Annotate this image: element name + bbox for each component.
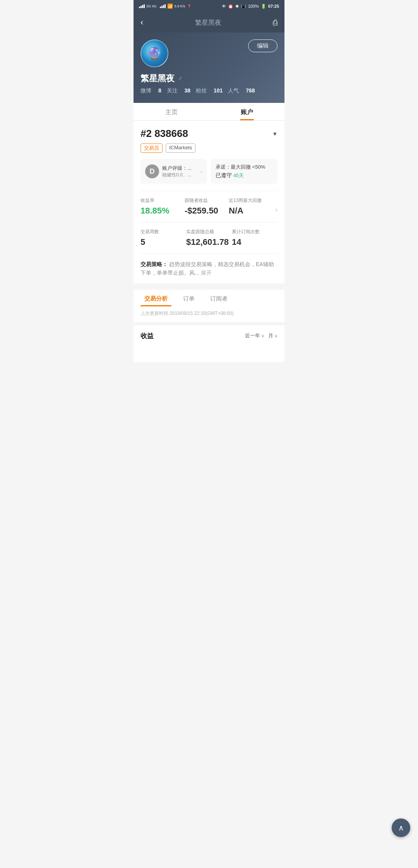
- popularity-stat: 人气 768: [228, 87, 255, 94]
- status-right: 👁 ⏰ ✱ 📳 100% 🔋 07:25: [222, 4, 279, 9]
- profit-header: 收益 近一年 ∨ 月 ∨: [140, 331, 278, 340]
- tab-subscribers[interactable]: 订阅者: [206, 290, 231, 306]
- stat-subscription-value: 14: [232, 237, 278, 247]
- account-content: #2 838668 ▼ 交易员 ICMarkets D 账户评级：... 稳健性…: [134, 121, 284, 284]
- account-dropdown[interactable]: ▼: [272, 131, 278, 137]
- avatar-image: 🔮: [141, 40, 168, 67]
- stat-trade-weeks: 交易周数 5: [140, 229, 186, 253]
- stat-follower-profit-value: -$259.50: [185, 206, 229, 216]
- stats-row-1-grid: 收益率 18.85% 跟随者收益 -$259.50 近13周最大回撤 N/A: [140, 197, 273, 222]
- time-display: 07:25: [268, 4, 279, 9]
- stats-row-2: 交易周数 5 实盘跟随总额 $12,601.78 累计订阅次数 14: [140, 222, 278, 253]
- unit-label: 月: [268, 332, 273, 339]
- badges-row: 交易员 ICMarkets: [140, 144, 278, 153]
- main-tabs: 主页 账户: [134, 103, 284, 121]
- alarm-icon: ⏰: [228, 4, 233, 9]
- tab-account[interactable]: 账户: [209, 103, 284, 120]
- fans-stat: 粉丝 101: [196, 87, 223, 94]
- speed-indicator: 5.9 K/s: [175, 4, 185, 8]
- stat-total-amount: 实盘跟随总额 $12,601.78: [186, 229, 232, 253]
- period-select[interactable]: 近一年 ∨: [245, 332, 264, 339]
- stat-max-drawdown: 近13周最大回撤 N/A: [229, 197, 273, 222]
- strategy-section: 交易策略： 趋势波段交易策略，精选交易机会，EA辅助下单，单单带止损。风... …: [140, 253, 278, 284]
- stats-row-1[interactable]: 收益率 18.85% 跟随者收益 -$259.50 近13周最大回撤 N/A ›: [140, 191, 278, 222]
- analysis-tabs: 交易分析 订单 订阅者: [134, 287, 284, 306]
- tab-trading-analysis[interactable]: 交易分析: [140, 290, 171, 306]
- stat-profit-rate-value: 18.85%: [140, 206, 185, 216]
- stat-subscription-count: 累计订阅次数 14: [232, 229, 278, 253]
- battery-percent: 100%: [248, 4, 259, 9]
- strategy-expand-button[interactable]: 展开: [201, 270, 212, 276]
- stat-total-amount-label: 实盘跟随总额: [186, 229, 232, 235]
- stat-follower-profit-label: 跟随者收益: [185, 197, 229, 204]
- nav-bar: ‹ 繁星黑夜 ⎙: [134, 12, 284, 32]
- info-cards: D 账户评级：... 稳健性0.0、... › 承诺：最大回撤 <50% 已遵守…: [140, 159, 278, 184]
- bluetooth-icon: ✱: [235, 4, 239, 9]
- battery-icon: 🔋: [261, 4, 266, 9]
- status-bar: 2G 4G 📶 5.9 K/s 📍 👁 ⏰ ✱ 📳 100% 🔋 07:25: [134, 0, 284, 12]
- weibo-stat: 微博 8: [140, 87, 161, 94]
- promise-days-row: 已遵守 45天: [216, 172, 273, 179]
- follow-stat: 关注 38: [167, 87, 190, 94]
- signal-2g: [139, 4, 145, 8]
- promise-days: 45天: [233, 173, 244, 178]
- network-2g: 2G 4G: [146, 4, 157, 8]
- stat-subscription-label: 累计订阅次数: [232, 229, 278, 235]
- profile-header: 🔮 编辑 繁星黑夜 ♂ 微博 8 关注 38 粉丝 101 人气 768: [134, 32, 284, 103]
- stat-max-drawdown-label: 近13周最大回撤: [229, 197, 273, 204]
- promise-days-label: 已遵守: [216, 172, 232, 178]
- eye-icon: 👁: [222, 4, 226, 9]
- account-id-row: #2 838668 ▼: [140, 128, 278, 140]
- badge-platform: ICMarkets: [166, 144, 195, 153]
- profile-top: 🔮 编辑: [140, 39, 278, 67]
- nav-title: 繁星黑夜: [195, 18, 221, 27]
- grade-card[interactable]: D 账户评级：... 稳健性0.0、... ›: [140, 159, 207, 184]
- strategy-label: 交易策略：: [140, 261, 168, 267]
- period-label: 近一年: [245, 332, 260, 339]
- profile-name: 繁星黑夜 ♂: [140, 73, 278, 84]
- signal-4g: [160, 4, 166, 8]
- stat-follower-profit: 跟随者收益 -$259.50: [185, 197, 229, 222]
- grade-title: 账户评级：...: [162, 165, 192, 172]
- stat-profit-rate: 收益率 18.85%: [140, 197, 185, 222]
- stat-trade-weeks-value: 5: [140, 237, 186, 247]
- back-button[interactable]: ‹: [140, 17, 143, 27]
- profit-controls: 近一年 ∨ 月 ∨: [245, 332, 278, 339]
- stat-profit-rate-label: 收益率: [140, 197, 185, 204]
- section-divider: [134, 284, 284, 287]
- profile-stats: 微博 8 关注 38 粉丝 101 人气 768: [140, 87, 278, 94]
- stat-trade-weeks-label: 交易周数: [140, 229, 186, 235]
- status-left: 2G 4G 📶 5.9 K/s 📍: [139, 3, 192, 9]
- edit-button[interactable]: 编辑: [248, 39, 278, 52]
- strategy-text: 交易策略： 趋势波段交易策略，精选交易机会，EA辅助下单，单单带止损。风... …: [140, 261, 274, 276]
- map-icon: 📍: [187, 4, 192, 9]
- promise-title: 承诺：最大回撤 <50%: [216, 164, 273, 171]
- grade-card-text: 账户评级：... 稳健性0.0、...: [162, 165, 192, 178]
- grade-circle: D: [145, 164, 159, 178]
- avatar: 🔮: [140, 39, 168, 67]
- profit-section: 收益 近一年 ∨ 月 ∨: [134, 325, 284, 347]
- share-button[interactable]: ⎙: [273, 18, 278, 27]
- account-id: #2 838668: [140, 128, 188, 140]
- vibrate-icon: 📳: [241, 4, 246, 9]
- tab-orders[interactable]: 订单: [179, 290, 199, 306]
- stats-row-1-arrow: ›: [273, 197, 278, 222]
- unit-arrow: ∨: [274, 333, 278, 338]
- update-time: 上次更新时间 2019/09/15 22:33(GMT+08:00): [134, 306, 284, 322]
- wifi-icon: 📶: [167, 3, 173, 9]
- grade-card-arrow: ›: [200, 168, 202, 174]
- bottom-safe-area: [134, 347, 284, 362]
- stat-max-drawdown-value: N/A: [229, 206, 273, 216]
- grade-card-left: D 账户评级：... 稳健性0.0、...: [145, 164, 197, 178]
- tab-home[interactable]: 主页: [134, 103, 209, 120]
- badge-trader: 交易员: [140, 144, 163, 153]
- profit-title: 收益: [140, 331, 154, 340]
- chevron-right-icon: ›: [275, 206, 278, 214]
- stat-total-amount-value: $12,601.78: [186, 237, 232, 247]
- promise-card: 承诺：最大回撤 <50% 已遵守 45天: [211, 159, 278, 184]
- unit-select[interactable]: 月 ∨: [268, 332, 278, 339]
- username: 繁星黑夜: [140, 73, 175, 84]
- gender-icon: ♂: [178, 75, 183, 83]
- grade-subtitle: 稳健性0.0、...: [162, 172, 192, 178]
- section-divider-2: [134, 322, 284, 325]
